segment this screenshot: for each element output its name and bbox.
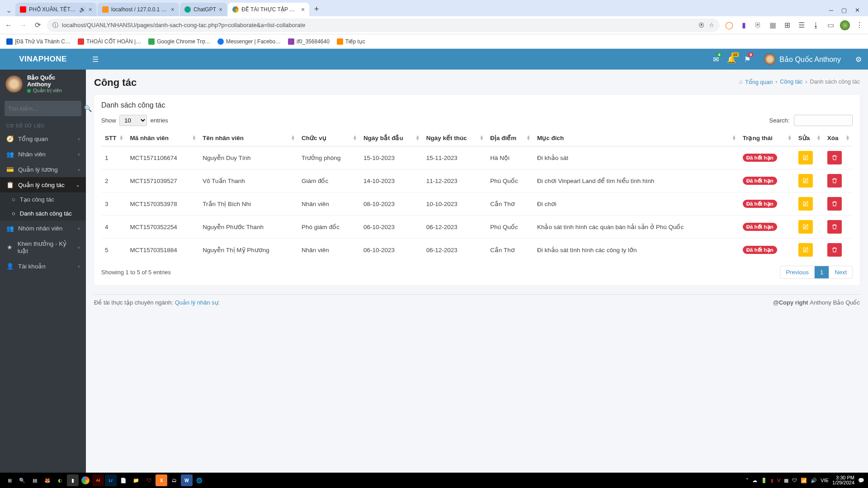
window-minimize-icon[interactable]: ─	[829, 7, 833, 14]
col-header[interactable]: Chức vụ▲▼	[298, 130, 360, 146]
window-maximize-icon[interactable]: ▢	[841, 7, 847, 14]
taskbar-search-icon[interactable]: 🔍	[16, 474, 28, 486]
tray-sound-icon[interactable]: 🔊	[811, 478, 817, 483]
sidebar-search[interactable]: 🔍	[5, 101, 81, 116]
footer-link[interactable]: Quản lý nhân sự.	[175, 299, 220, 306]
col-header[interactable]: STT▲▼	[101, 130, 126, 146]
taskbar-clock[interactable]: 3:30 PM 1/29/2024	[832, 475, 854, 485]
app-icon[interactable]: 🌐	[193, 474, 205, 486]
tab-close-icon[interactable]: ×	[89, 6, 92, 13]
app-icon[interactable]: ▮	[67, 474, 79, 486]
edit-button[interactable]	[798, 220, 813, 234]
window-close-icon[interactable]: ✕	[855, 7, 860, 14]
sidebar-item-account[interactable]: 👤Tài khoản‹	[0, 258, 86, 274]
chrome-icon[interactable]	[80, 474, 91, 486]
back-button[interactable]: ←	[4, 20, 14, 30]
sidebar-item-employee[interactable]: 👥Nhân viên‹	[0, 146, 86, 162]
mail-button[interactable]: ✉4	[713, 55, 719, 64]
col-header[interactable]: Xóa▲▼	[824, 130, 853, 146]
edit-button[interactable]	[798, 243, 813, 257]
col-header[interactable]: Trạng thái▲▼	[739, 130, 795, 146]
bookmark-item[interactable]: Google Chrome Trợ…	[148, 38, 210, 45]
app-icon[interactable]: 🛡	[143, 474, 155, 486]
word-icon[interactable]: W	[181, 474, 193, 486]
extension-icon[interactable]: ◯	[724, 20, 734, 30]
task-view-icon[interactable]: ▤	[29, 474, 41, 486]
url-box[interactable]: ⓘ localhost/QUANLYNHANSU/pages/danh-sach…	[47, 19, 720, 32]
sidebar-item-salary[interactable]: 💳Quản lý lương‹	[0, 162, 86, 177]
new-tab-button[interactable]: +	[310, 3, 323, 15]
bell-button[interactable]: 🔔10	[727, 55, 736, 64]
delete-button[interactable]	[827, 174, 842, 188]
col-header[interactable]: Tên nhân viên▲▼	[199, 130, 298, 146]
tab-close-icon[interactable]: ×	[219, 6, 222, 13]
delete-button[interactable]	[827, 220, 842, 234]
menu-toggle-button[interactable]: ☰	[92, 55, 99, 64]
app-icon[interactable]: 🗂	[168, 474, 180, 486]
extension-icon[interactable]: ▦	[768, 20, 778, 30]
downloads-icon[interactable]: ⭳	[811, 20, 821, 30]
extension-icon[interactable]: ⛨	[753, 20, 763, 30]
extension-icon[interactable]: ▮	[739, 20, 749, 30]
tray-icon[interactable]: ▦	[784, 478, 788, 483]
chrome-menu-icon[interactable]: ⌄	[3, 6, 14, 14]
sidebar-item-group[interactable]: 👥Nhóm nhân viên‹	[0, 221, 86, 236]
delete-button[interactable]	[827, 151, 842, 164]
edit-button[interactable]	[798, 197, 813, 211]
col-header[interactable]: Mục đích▲▼	[533, 130, 739, 146]
profile-avatar[interactable]	[840, 20, 850, 30]
lightroom-icon[interactable]: Lr	[105, 474, 117, 486]
sidebar-item-overview[interactable]: 🧭Tổng quan‹	[0, 131, 86, 146]
forward-button[interactable]: →	[18, 20, 28, 30]
extensions-button[interactable]: ⊞	[782, 20, 792, 30]
bookmark-item[interactable]: if0_35684640	[288, 38, 330, 45]
chrome-menu-button[interactable]: ⋮	[854, 20, 864, 30]
tray-icon[interactable]: V	[777, 478, 780, 483]
sidebar-subitem-work-create[interactable]: ○Tạo công tác	[0, 192, 86, 206]
gear-icon[interactable]: ⚙	[855, 55, 862, 64]
explorer-icon[interactable]: 📁	[130, 474, 142, 486]
col-header[interactable]: Ngày bắt đầu▲▼	[360, 130, 423, 146]
notification-icon[interactable]: 💬	[858, 478, 864, 483]
breadcrumb-home[interactable]: Tổng quan	[745, 79, 773, 85]
bookmark-item[interactable]: Messenger | Facebo…	[217, 38, 281, 45]
bookmark-item[interactable]: Tiếp tục	[337, 38, 365, 45]
tray-wifi-icon[interactable]: 📶	[801, 478, 807, 483]
sidebar-subitem-work-list[interactable]: ○Danh sách công tác	[0, 206, 86, 221]
browser-tab-active[interactable]: ĐỀ TÀI THỰC TẬP CHUYÊN NG…×	[228, 3, 309, 16]
browser-tab[interactable]: PHỐ XUÂN, TẾT LÀ TẾT SU…🔊×	[15, 3, 97, 16]
next-button[interactable]: Next	[829, 266, 852, 278]
breadcrumb-mid[interactable]: Công tác	[780, 79, 802, 85]
delete-button[interactable]	[827, 197, 842, 211]
col-header[interactable]: Địa điểm▲▼	[486, 130, 533, 146]
tab-close-icon[interactable]: ×	[171, 6, 175, 13]
tray-lang[interactable]: VIE	[821, 478, 829, 483]
firefox-icon[interactable]: 🦊	[42, 474, 53, 486]
xampp-icon[interactable]: X	[156, 474, 167, 486]
lens-icon[interactable]: ⦿	[698, 22, 704, 28]
tray-icon[interactable]: ▮	[771, 478, 774, 483]
entries-select[interactable]: 10	[119, 115, 147, 126]
col-header[interactable]: Mã nhân viên▲▼	[126, 130, 199, 146]
col-header[interactable]: Sửa▲▼	[795, 130, 824, 146]
page-1-button[interactable]: 1	[814, 266, 829, 278]
illustrator-icon[interactable]: Ai	[92, 474, 104, 486]
start-button[interactable]: ⊞	[4, 474, 15, 486]
sidebar-item-work[interactable]: 📋Quản lý công tác⌄	[0, 177, 86, 192]
flag-button[interactable]: ⚑9	[744, 55, 750, 64]
site-info-icon[interactable]: ⓘ	[52, 21, 58, 29]
delete-button[interactable]	[827, 243, 842, 257]
notepad-icon[interactable]: 📄	[118, 474, 129, 486]
brand-logo[interactable]: VINAPHONE	[0, 49, 86, 70]
prev-button[interactable]: Previous	[780, 266, 814, 278]
browser-tab[interactable]: localhost / 127.0.0.1 / quanly_n…×	[98, 3, 179, 16]
tray-icon[interactable]: ☁	[752, 478, 757, 483]
search-input[interactable]	[8, 105, 84, 112]
avatar[interactable]	[5, 75, 23, 93]
col-header[interactable]: Ngày kết thúc▲▼	[423, 130, 487, 146]
tab-close-icon[interactable]: ×	[301, 6, 305, 13]
browser-tab[interactable]: ChatGPT×	[180, 3, 227, 16]
audio-icon[interactable]: 🔊	[79, 6, 86, 13]
tray-expand-icon[interactable]: ˄	[746, 478, 749, 483]
reload-button[interactable]: ⟳	[33, 20, 42, 30]
